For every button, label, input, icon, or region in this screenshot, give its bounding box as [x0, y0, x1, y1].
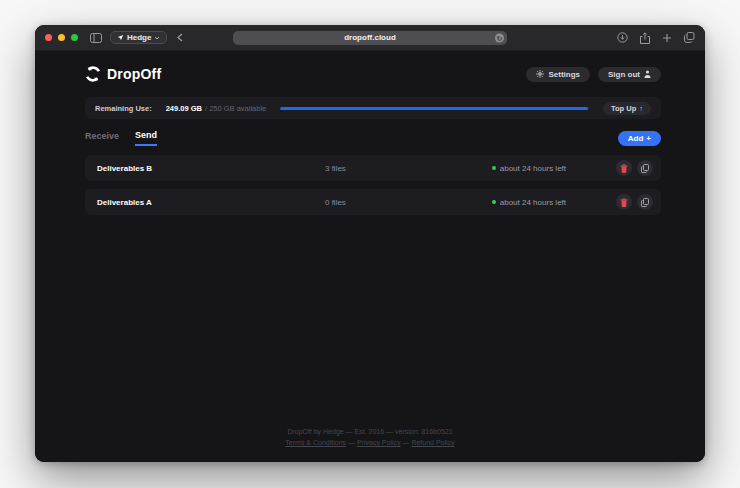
delete-button[interactable] — [616, 160, 632, 176]
transfer-status: about 24 hours left — [492, 198, 616, 207]
url-text: dropoff.cloud — [344, 33, 396, 42]
user-icon — [644, 70, 651, 78]
address-bar[interactable]: dropoff.cloud ↻ — [233, 31, 507, 45]
trash-icon — [620, 198, 628, 207]
add-button[interactable]: Add + — [618, 131, 661, 146]
storage-usage-bar: Remaining Use: 249.09 GB / 250 GB availa… — [85, 97, 661, 119]
signout-label: Sign out — [608, 70, 640, 79]
transfer-name: Deliverables A — [97, 198, 325, 207]
sidebar-toggle-icon[interactable] — [90, 33, 102, 43]
settings-label: Settings — [548, 70, 580, 79]
storage-used-value: 249.09 GB — [166, 104, 202, 113]
status-dot-icon — [492, 166, 496, 170]
transfer-file-count: 3 files — [325, 164, 492, 173]
zoom-window-button[interactable] — [71, 34, 78, 41]
page-footer: DropOff by Hedge — Est. 2016 — version: … — [35, 426, 705, 448]
footer-separator: — — [346, 439, 357, 446]
copy-link-button[interactable] — [637, 160, 653, 176]
refund-link[interactable]: Refund Policy — [411, 439, 454, 446]
top-up-label: Top Up — [611, 104, 636, 113]
footer-links: Terms & Conditions — Privacy Policy — Re… — [35, 437, 705, 448]
storage-total-value: / 250 GB available — [205, 104, 266, 113]
terms-link[interactable]: Terms & Conditions — [285, 439, 346, 446]
share-icon[interactable] — [640, 32, 650, 44]
transfer-row[interactable]: Deliverables B 3 files about 24 hours le… — [85, 155, 661, 181]
status-dot-icon — [492, 200, 496, 204]
chevron-down-icon — [154, 36, 160, 40]
add-label: Add — [628, 134, 644, 143]
gear-icon — [536, 70, 544, 78]
delete-button[interactable] — [616, 194, 632, 210]
transfer-status: about 24 hours left — [492, 164, 616, 173]
profile-label: Hedge — [127, 33, 151, 42]
top-up-button[interactable]: Top Up ↑ — [603, 102, 651, 115]
transfer-row[interactable]: Deliverables A 0 files about 24 hours le… — [85, 189, 661, 215]
new-tab-icon[interactable] — [662, 33, 672, 43]
rocket-icon — [117, 34, 124, 41]
window-controls — [45, 34, 78, 41]
minimize-window-button[interactable] — [58, 34, 65, 41]
tabs-row: Receive Send Add + — [85, 129, 661, 147]
remaining-use-label: Remaining Use: — [95, 104, 152, 113]
tab-send[interactable]: Send — [135, 130, 157, 146]
browser-toolbar: Hedge dropoff.cloud ↻ — [35, 25, 705, 51]
storage-progress-fill — [280, 107, 587, 110]
footer-info: DropOff by Hedge — Est. 2016 — version: … — [35, 426, 705, 437]
copy-icon — [641, 198, 649, 207]
settings-button[interactable]: Settings — [526, 67, 590, 82]
brand: DropOff — [85, 66, 161, 82]
copy-link-button[interactable] — [637, 194, 653, 210]
footer-separator: — — [401, 439, 412, 446]
transfer-status-text: about 24 hours left — [500, 164, 566, 173]
refresh-icon[interactable]: ↻ — [495, 33, 504, 42]
privacy-link[interactable]: Privacy Policy — [357, 439, 401, 446]
app-content: DropOff Settings Sign out Remaining — [35, 51, 705, 462]
downloads-icon[interactable] — [617, 32, 628, 43]
trash-icon — [620, 164, 628, 173]
app-title: DropOff — [107, 66, 161, 82]
close-window-button[interactable] — [45, 34, 52, 41]
tab-overview-icon[interactable] — [684, 32, 695, 43]
back-button[interactable] — [177, 33, 183, 42]
copy-icon — [641, 164, 649, 173]
transfer-status-text: about 24 hours left — [500, 198, 566, 207]
transfer-file-count: 0 files — [325, 198, 492, 207]
transfer-name: Deliverables B — [97, 164, 325, 173]
signout-button[interactable]: Sign out — [598, 67, 661, 82]
dropoff-logo-icon — [85, 66, 101, 82]
storage-progress-track — [280, 107, 589, 110]
browser-window: Hedge dropoff.cloud ↻ — [35, 25, 705, 462]
plus-icon: + — [646, 134, 651, 143]
browser-profile-button[interactable]: Hedge — [110, 31, 167, 44]
app-header: DropOff Settings Sign out — [85, 61, 661, 87]
tab-receive[interactable]: Receive — [85, 131, 119, 145]
arrow-up-icon: ↑ — [639, 104, 643, 113]
